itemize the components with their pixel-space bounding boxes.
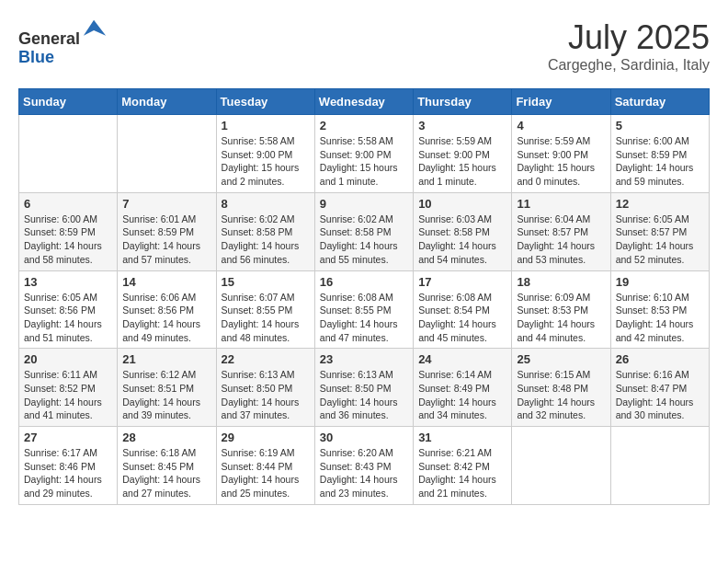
day-number: 18 [517, 275, 605, 289]
day-number: 8 [222, 197, 310, 211]
svg-marker-0 [84, 20, 106, 36]
day-number: 12 [616, 197, 704, 211]
day-info: Sunrise: 5:59 AMSunset: 9:00 PMDaylight:… [418, 134, 506, 189]
day-number: 5 [616, 119, 704, 132]
day-number: 1 [222, 119, 310, 132]
calendar-cell: 3Sunrise: 5:59 AMSunset: 9:00 PMDaylight… [414, 115, 512, 193]
day-info: Sunrise: 6:09 AMSunset: 8:53 PMDaylight:… [517, 291, 605, 345]
day-number: 19 [616, 275, 704, 289]
day-info: Sunrise: 6:13 AMSunset: 8:50 PMDaylight:… [222, 368, 310, 422]
calendar-cell [118, 115, 216, 193]
day-info: Sunrise: 6:07 AMSunset: 8:55 PMDaylight:… [222, 291, 310, 345]
calendar-cell: 30Sunrise: 6:20 AMSunset: 8:43 PMDayligh… [314, 427, 413, 505]
day-number: 31 [418, 431, 506, 444]
calendar-cell: 19Sunrise: 6:10 AMSunset: 8:53 PMDayligh… [610, 270, 709, 349]
day-info: Sunrise: 6:15 AMSunset: 8:48 PMDaylight:… [517, 368, 605, 422]
calendar-cell: 14Sunrise: 6:06 AMSunset: 8:56 PMDayligh… [118, 270, 216, 349]
calendar-cell: 26Sunrise: 6:16 AMSunset: 8:47 PMDayligh… [610, 349, 709, 427]
calendar-cell: 24Sunrise: 6:14 AMSunset: 8:49 PMDayligh… [414, 349, 512, 427]
weekday-header-wednesday: Wednesday [314, 89, 413, 115]
weekday-header-friday: Friday [512, 89, 610, 115]
calendar-cell: 5Sunrise: 6:00 AMSunset: 8:59 PMDaylight… [610, 115, 709, 193]
day-number: 3 [418, 119, 506, 132]
day-info: Sunrise: 5:59 AMSunset: 9:00 PMDaylight:… [517, 134, 605, 189]
calendar-table: SundayMondayTuesdayWednesdayThursdayFrid… [18, 88, 710, 505]
day-info: Sunrise: 6:02 AMSunset: 8:58 PMDaylight:… [222, 213, 310, 267]
day-number: 30 [320, 431, 408, 444]
day-info: Sunrise: 6:10 AMSunset: 8:53 PMDaylight:… [616, 291, 704, 345]
day-info: Sunrise: 6:00 AMSunset: 8:59 PMDaylight:… [24, 213, 112, 267]
calendar-cell [610, 427, 709, 505]
day-info: Sunrise: 6:00 AMSunset: 8:59 PMDaylight:… [616, 134, 704, 189]
logo-general-text: General [18, 29, 80, 48]
day-info: Sunrise: 6:18 AMSunset: 8:45 PMDaylight:… [122, 446, 210, 500]
weekday-header-monday: Monday [118, 89, 216, 115]
day-number: 24 [418, 352, 506, 366]
day-number: 16 [320, 275, 408, 289]
day-info: Sunrise: 5:58 AMSunset: 9:00 PMDaylight:… [320, 134, 408, 189]
day-number: 11 [517, 197, 605, 211]
calendar-cell: 23Sunrise: 6:13 AMSunset: 8:50 PMDayligh… [314, 349, 413, 427]
month-title: July 2025 [548, 18, 710, 57]
day-number: 25 [517, 352, 605, 366]
day-number: 2 [320, 119, 408, 132]
calendar-cell: 20Sunrise: 6:11 AMSunset: 8:52 PMDayligh… [19, 349, 118, 427]
calendar-header-row: SundayMondayTuesdayWednesdayThursdayFrid… [19, 89, 710, 115]
day-info: Sunrise: 6:08 AMSunset: 8:54 PMDaylight:… [418, 291, 506, 345]
calendar-cell: 22Sunrise: 6:13 AMSunset: 8:50 PMDayligh… [216, 349, 314, 427]
page-header: General Blue July 2025 Cargeghe, Sardini… [18, 18, 710, 74]
calendar-cell: 16Sunrise: 6:08 AMSunset: 8:55 PMDayligh… [314, 270, 413, 349]
logo: General Blue [18, 18, 108, 67]
day-info: Sunrise: 6:05 AMSunset: 8:57 PMDaylight:… [616, 213, 704, 267]
logo-blue-text: Blue [18, 48, 54, 66]
day-number: 28 [122, 431, 210, 444]
day-number: 22 [222, 352, 310, 366]
day-info: Sunrise: 6:12 AMSunset: 8:51 PMDaylight:… [122, 368, 210, 422]
day-info: Sunrise: 6:17 AMSunset: 8:46 PMDaylight:… [24, 446, 112, 500]
calendar-cell [19, 115, 118, 193]
day-info: Sunrise: 6:05 AMSunset: 8:56 PMDaylight:… [24, 291, 112, 345]
day-number: 23 [320, 352, 408, 366]
calendar-week-5: 27Sunrise: 6:17 AMSunset: 8:46 PMDayligh… [19, 427, 710, 505]
day-number: 13 [24, 275, 112, 289]
day-number: 7 [122, 197, 210, 211]
day-info: Sunrise: 6:19 AMSunset: 8:44 PMDaylight:… [222, 446, 310, 500]
calendar-cell: 2Sunrise: 5:58 AMSunset: 9:00 PMDaylight… [314, 115, 413, 193]
day-info: Sunrise: 6:11 AMSunset: 8:52 PMDaylight:… [24, 368, 112, 422]
calendar-week-1: 1Sunrise: 5:58 AMSunset: 9:00 PMDaylight… [19, 115, 710, 193]
day-number: 20 [24, 352, 112, 366]
day-number: 26 [616, 352, 704, 366]
calendar-cell: 15Sunrise: 6:07 AMSunset: 8:55 PMDayligh… [216, 270, 314, 349]
title-block: July 2025 Cargeghe, Sardinia, Italy [548, 18, 710, 74]
day-number: 21 [122, 352, 210, 366]
location-title: Cargeghe, Sardinia, Italy [548, 57, 710, 74]
calendar-cell: 11Sunrise: 6:04 AMSunset: 8:57 PMDayligh… [512, 192, 610, 270]
calendar-cell: 29Sunrise: 6:19 AMSunset: 8:44 PMDayligh… [216, 427, 314, 505]
calendar-cell: 10Sunrise: 6:03 AMSunset: 8:58 PMDayligh… [414, 192, 512, 270]
calendar-cell: 6Sunrise: 6:00 AMSunset: 8:59 PMDaylight… [19, 192, 118, 270]
day-number: 10 [418, 197, 506, 211]
day-info: Sunrise: 6:20 AMSunset: 8:43 PMDaylight:… [320, 446, 408, 500]
day-info: Sunrise: 6:16 AMSunset: 8:47 PMDaylight:… [616, 368, 704, 422]
day-info: Sunrise: 6:04 AMSunset: 8:57 PMDaylight:… [517, 213, 605, 267]
calendar-cell: 4Sunrise: 5:59 AMSunset: 9:00 PMDaylight… [512, 115, 610, 193]
calendar-cell: 1Sunrise: 5:58 AMSunset: 9:00 PMDaylight… [216, 115, 314, 193]
calendar-cell [512, 427, 610, 505]
weekday-header-sunday: Sunday [19, 89, 118, 115]
calendar-week-4: 20Sunrise: 6:11 AMSunset: 8:52 PMDayligh… [19, 349, 710, 427]
day-info: Sunrise: 6:03 AMSunset: 8:58 PMDaylight:… [418, 213, 506, 267]
calendar-cell: 21Sunrise: 6:12 AMSunset: 8:51 PMDayligh… [118, 349, 216, 427]
day-number: 6 [24, 197, 112, 211]
calendar-cell: 28Sunrise: 6:18 AMSunset: 8:45 PMDayligh… [118, 427, 216, 505]
calendar-cell: 27Sunrise: 6:17 AMSunset: 8:46 PMDayligh… [19, 427, 118, 505]
calendar-cell: 18Sunrise: 6:09 AMSunset: 8:53 PMDayligh… [512, 270, 610, 349]
day-info: Sunrise: 6:14 AMSunset: 8:49 PMDaylight:… [418, 368, 506, 422]
day-info: Sunrise: 6:01 AMSunset: 8:59 PMDaylight:… [122, 213, 210, 267]
day-number: 15 [222, 275, 310, 289]
day-number: 9 [320, 197, 408, 211]
weekday-header-tuesday: Tuesday [216, 89, 314, 115]
day-info: Sunrise: 5:58 AMSunset: 9:00 PMDaylight:… [222, 134, 310, 189]
calendar-week-2: 6Sunrise: 6:00 AMSunset: 8:59 PMDaylight… [19, 192, 710, 270]
day-number: 27 [24, 431, 112, 444]
day-number: 17 [418, 275, 506, 289]
